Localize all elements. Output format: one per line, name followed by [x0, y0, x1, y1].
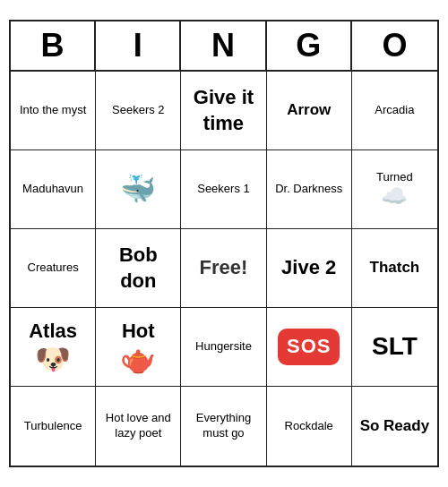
sos-badge: SOS: [278, 329, 340, 365]
header-b: B: [11, 21, 96, 70]
cell-r3c2: Bob don: [96, 229, 181, 308]
cell-r3c5: Thatch: [352, 229, 437, 308]
teapot-emoji: 🫖: [120, 345, 156, 373]
cell-r2c5: Turned ☁️: [352, 150, 437, 229]
cell-r4c3: Hungersite: [181, 308, 266, 387]
cell-r5c1: Turbulence: [11, 387, 96, 466]
bingo-header: B I N G O: [11, 21, 437, 72]
cell-r5c4: Rockdale: [267, 387, 352, 466]
cell-r1c5: Arcadia: [352, 72, 437, 150]
cell-r3c3-free: Free!: [181, 229, 266, 308]
dog-emoji: 🐶: [35, 345, 71, 373]
cell-r2c3: Seekers 1: [181, 150, 266, 229]
cell-r1c4: Arrow: [267, 72, 352, 150]
cell-r2c2: 🐳: [96, 150, 181, 229]
cell-r4c2: Hot 🫖: [96, 308, 181, 387]
cell-r1c2: Seekers 2: [96, 72, 181, 150]
cell-r5c5: So Ready: [352, 387, 437, 466]
cloud-emoji: ☁️: [381, 185, 408, 207]
cell-r1c3: Give it time: [181, 72, 266, 150]
cell-r4c1: Atlas 🐶: [11, 308, 96, 387]
cell-r5c2: Hot love and lazy poet: [96, 387, 181, 466]
header-i: I: [96, 21, 181, 70]
whale-emoji: 🐳: [120, 175, 156, 203]
cell-r4c4: SOS: [267, 308, 352, 387]
cell-r1c1: Into the myst: [11, 72, 96, 150]
cell-r3c1: Creatures: [11, 229, 96, 308]
cell-r3c4: Jive 2: [267, 229, 352, 308]
cell-r4c5: SLT: [352, 308, 437, 387]
bingo-card: B I N G O Into the myst Seekers 2 Give i…: [9, 20, 439, 467]
header-g: G: [267, 21, 352, 70]
cell-r5c3: Everything must go: [181, 387, 266, 466]
header-o: O: [352, 21, 437, 70]
header-n: N: [181, 21, 266, 70]
cell-r2c4: Dr. Darkness: [267, 150, 352, 229]
cell-r2c1: Maduhavun: [11, 150, 96, 229]
bingo-grid: Into the myst Seekers 2 Give it time Arr…: [11, 72, 437, 466]
